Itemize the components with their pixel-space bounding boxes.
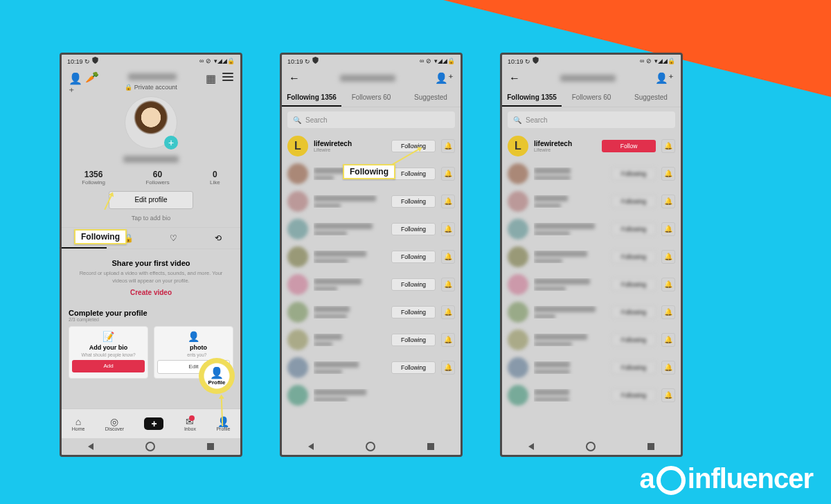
list-item[interactable]: Following🔔 <box>502 298 681 326</box>
bell-icon[interactable]: 🔔 <box>441 167 455 181</box>
follow-button[interactable]: Follow <box>602 140 656 152</box>
list-item[interactable]: Following🔔 <box>502 160 681 188</box>
list-item[interactable]: LlifewiretechLifewireFollow🔔 <box>502 132 681 160</box>
tab-suggested[interactable]: Suggested <box>401 89 461 107</box>
following-button[interactable]: Following <box>391 223 436 235</box>
bell-icon[interactable]: 🔔 <box>661 361 675 375</box>
add-bio-link[interactable]: Tap to add bio <box>62 215 240 222</box>
following-button[interactable]: Following <box>611 361 656 374</box>
add-friend-icon[interactable]: 👤⁺ <box>69 72 78 82</box>
list-item[interactable] <box>282 381 461 409</box>
list-item[interactable]: Following🔔 <box>502 271 681 298</box>
bell-icon[interactable]: 🔔 <box>661 278 675 291</box>
bell-icon[interactable]: 🔔 <box>441 333 455 347</box>
tab-repost-icon[interactable]: ⟲ <box>196 228 241 249</box>
bell-icon[interactable]: 🔔 <box>661 305 675 319</box>
android-nav <box>502 438 681 455</box>
list-item[interactable]: LlifewiretechLifewireFollowing🔔 <box>282 132 461 160</box>
add-bio-button[interactable]: Add <box>72 360 145 372</box>
add-friend-icon[interactable]: 👤⁺ <box>435 72 454 84</box>
list-item[interactable]: Following🔔 <box>282 354 461 381</box>
bell-icon[interactable]: 🔔 <box>661 222 675 236</box>
nav-discover[interactable]: ◎Discover <box>105 417 124 431</box>
nav-inbox[interactable]: ✉Inbox <box>184 417 196 431</box>
add-friend-icon[interactable]: 👤⁺ <box>655 72 674 84</box>
recents-icon[interactable] <box>427 443 434 450</box>
list-item[interactable]: Following🔔 <box>502 243 681 271</box>
bell-icon[interactable]: 🔔 <box>441 305 455 319</box>
user-info <box>314 361 386 374</box>
nav-home[interactable]: ⌂Home <box>72 417 85 431</box>
bell-icon[interactable]: 🔔 <box>441 222 455 236</box>
back-arrow-icon[interactable]: ← <box>509 72 520 84</box>
following-button[interactable]: Following <box>611 223 656 235</box>
bell-icon[interactable]: 🔔 <box>441 139 455 153</box>
bell-icon[interactable]: 🔔 <box>661 195 675 208</box>
back-icon[interactable] <box>88 443 93 450</box>
following-button[interactable]: Following <box>611 168 656 180</box>
bell-icon[interactable]: 🔔 <box>441 278 455 291</box>
following-button[interactable]: Following <box>391 278 436 291</box>
menu-icon[interactable] <box>222 73 233 81</box>
list-item[interactable]: Following🔔 <box>282 271 461 298</box>
bell-icon[interactable]: 🔔 <box>661 139 675 153</box>
following-button[interactable]: Following <box>611 278 656 291</box>
list-item[interactable]: Following🔔 <box>282 243 461 271</box>
add-story-icon[interactable]: + <box>164 136 178 150</box>
recents-icon[interactable] <box>647 443 654 450</box>
back-icon[interactable] <box>308 443 314 450</box>
following-button[interactable]: Following <box>391 251 436 263</box>
bell-icon[interactable]: 🔔 <box>661 388 675 402</box>
list-item[interactable]: Following🔔 <box>502 215 681 243</box>
nav-post[interactable]: + <box>144 417 163 430</box>
bell-icon[interactable]: 🔔 <box>441 361 455 375</box>
list-item[interactable]: Following🔔 <box>502 354 681 381</box>
following-button[interactable]: Following <box>391 334 436 346</box>
following-button[interactable]: Following <box>391 306 436 318</box>
following-button[interactable]: Following <box>611 334 656 346</box>
following-button[interactable]: Following <box>611 389 656 402</box>
bell-icon[interactable]: 🔔 <box>441 250 455 264</box>
stat-following[interactable]: 1356Following <box>82 170 105 186</box>
tab-followers[interactable]: Followers 60 <box>341 89 401 107</box>
tab-followers[interactable]: Followers 60 <box>562 89 621 107</box>
bell-icon[interactable]: 🔔 <box>661 250 675 264</box>
stat-likes[interactable]: 0Like <box>210 170 220 186</box>
bell-icon[interactable]: 🔔 <box>661 333 675 347</box>
calendar-icon[interactable]: ▦ <box>206 72 215 82</box>
recents-icon[interactable] <box>207 443 214 450</box>
following-button[interactable]: Following <box>391 361 436 374</box>
tab-saved-icon[interactable]: ♡ <box>151 228 196 249</box>
home-circle-icon[interactable] <box>586 442 596 451</box>
nav-profile[interactable]: 👤Profile <box>216 417 230 431</box>
tab-suggested[interactable]: Suggested <box>621 89 681 107</box>
back-arrow-icon[interactable]: ← <box>289 72 300 84</box>
home-circle-icon[interactable] <box>366 442 375 451</box>
list-item[interactable]: Following🔔 <box>282 215 461 243</box>
list-item[interactable]: Following🔔 <box>282 326 461 354</box>
list-item[interactable]: Following🔔 <box>282 188 461 215</box>
following-button[interactable]: Following <box>391 195 436 208</box>
tab-following[interactable]: Following 1355 <box>502 89 562 107</box>
following-button[interactable]: Following <box>391 140 436 152</box>
following-button[interactable]: Following <box>611 251 656 263</box>
bell-icon[interactable]: 🔔 <box>441 195 455 208</box>
list-item[interactable]: Following🔔 <box>502 381 681 409</box>
search-input[interactable]: 🔍Search <box>508 111 675 128</box>
stat-followers[interactable]: 60Followers <box>145 170 169 186</box>
following-button[interactable]: Following <box>611 195 656 208</box>
create-video-link[interactable]: Create video <box>75 289 226 296</box>
search-input[interactable]: 🔍Search <box>287 111 455 128</box>
list-item[interactable]: Following🔔 <box>502 188 681 215</box>
back-icon[interactable] <box>528 443 534 450</box>
edit-profile-button[interactable]: Edit profile <box>109 191 193 209</box>
list-item[interactable]: Following🔔 <box>282 298 461 326</box>
bell-icon[interactable]: 🔔 <box>661 167 675 181</box>
user-info <box>314 223 386 235</box>
tab-following[interactable]: Following 1356 <box>282 89 341 107</box>
home-circle-icon[interactable] <box>145 442 155 451</box>
avatar[interactable]: + <box>125 96 177 149</box>
list-item[interactable]: Following🔔 <box>502 326 681 354</box>
following-button[interactable]: Following <box>611 306 656 318</box>
following-button[interactable]: Following <box>391 168 436 180</box>
